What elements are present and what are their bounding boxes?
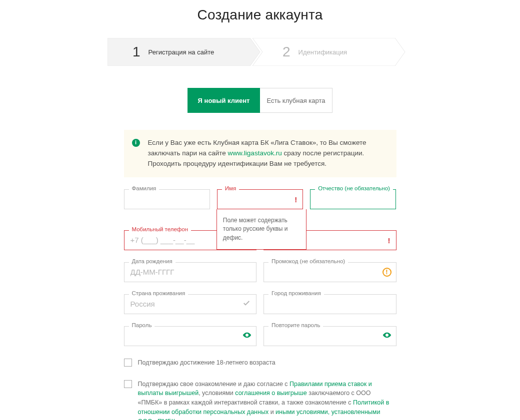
label-password-repeat: Повторите пароль: [268, 322, 323, 328]
input-last-name[interactable]: [124, 189, 210, 209]
field-last-name: Фамилия: [124, 189, 210, 209]
label-patronymic: Отчество (не обязательно): [315, 185, 393, 191]
info-box: i Если у Вас уже есть Клубная карта БК «…: [124, 130, 396, 177]
input-city[interactable]: [264, 294, 396, 314]
label-city: Город проживания: [268, 290, 324, 296]
label-birth: Дата рождения: [129, 258, 176, 264]
tab-new-client[interactable]: Я новый клиент: [188, 88, 260, 113]
step-identification: 2 Идентификация: [282, 38, 347, 66]
eye-icon[interactable]: [382, 331, 392, 342]
link-win-agreement[interactable]: соглашения о выигрыше: [235, 390, 307, 397]
stepper: 1 Регистрация на сайте 2 Идентификация: [108, 38, 412, 66]
check-age-label: Подтверждаю достижение 18-летнего возрас…: [138, 358, 276, 368]
field-city: Город проживания: [264, 294, 396, 314]
select-country[interactable]: Россия: [124, 294, 257, 314]
tab-has-card[interactable]: Есть клубная карта: [260, 88, 332, 113]
page-title: Создание аккаунта: [0, 7, 520, 23]
step-label-2: Идентификация: [298, 48, 347, 56]
check-rules-row: Подтверждаю свое ознакомление и даю согл…: [124, 380, 396, 420]
field-country: Страна проживания Россия: [124, 294, 257, 314]
step-number-1: 1: [132, 44, 140, 60]
error-icon: !: [294, 195, 297, 203]
step-number-2: 2: [282, 44, 290, 60]
info-icon: i: [132, 139, 140, 147]
field-first-name: Имя ! Поле может содержать только русски…: [217, 189, 303, 209]
warning-icon: !: [382, 268, 392, 277]
step-registration: 1 Регистрация на сайте: [132, 38, 214, 66]
field-password-repeat: Повторите пароль: [264, 326, 396, 346]
field-birth: Дата рождения: [124, 262, 257, 282]
check-rules-label: Подтверждаю свое ознакомление и даю согл…: [138, 380, 396, 420]
client-type-tabs: Я новый клиент Есть клубная карта: [0, 88, 520, 113]
checkmark-icon: [242, 299, 250, 309]
field-patronymic: Отчество (не обязательно): [310, 189, 396, 209]
checkbox-age[interactable]: [124, 359, 132, 367]
input-patronymic[interactable]: [310, 189, 396, 209]
check-age-row: Подтверждаю достижение 18-летнего возрас…: [124, 358, 396, 368]
label-first-name: Имя: [222, 185, 239, 191]
input-first-name[interactable]: [217, 189, 303, 209]
eye-icon[interactable]: [242, 331, 252, 342]
svg-point-2: [246, 334, 248, 336]
info-link[interactable]: www.ligastavok.ru: [228, 149, 282, 157]
step-label-1: Регистрация на сайте: [148, 48, 214, 56]
label-promo: Промокод (не обязательно): [268, 258, 348, 264]
input-promo[interactable]: [264, 262, 396, 282]
label-password: Пароль: [129, 322, 155, 328]
svg-point-3: [386, 334, 388, 336]
input-password-repeat[interactable]: [264, 326, 396, 346]
input-birth[interactable]: [124, 262, 257, 282]
label-last-name: Фамилия: [129, 185, 160, 191]
input-password[interactable]: [124, 326, 257, 346]
tooltip-first-name: Поле может содержать только русские букв…: [216, 209, 306, 250]
label-country: Страна проживания: [129, 290, 188, 296]
field-password: Пароль: [124, 326, 257, 346]
label-phone: Мобильный телефон: [129, 226, 192, 232]
error-icon: !: [388, 236, 390, 244]
field-promo: Промокод (не обязательно) !: [264, 262, 396, 282]
checkbox-rules[interactable]: [124, 380, 132, 388]
